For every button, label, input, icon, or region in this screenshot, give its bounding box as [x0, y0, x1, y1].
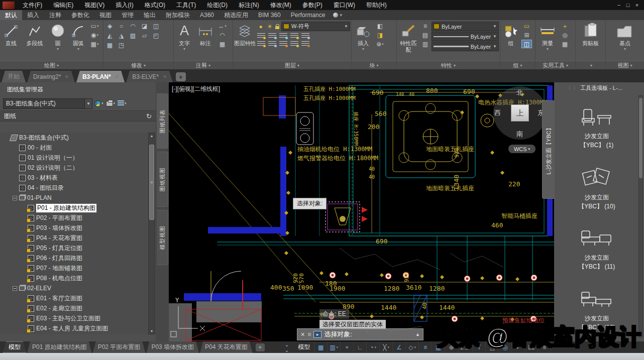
sheet-tree-item[interactable]: 04 - 图纸目录 [0, 183, 148, 193]
command-tools-icon[interactable]: ≡ [307, 331, 311, 338]
modify-tool-icon[interactable]: ◮ [116, 31, 127, 40]
quickcalc-icon[interactable]: ▦ [560, 40, 570, 48]
group-button[interactable]: 组 [501, 22, 520, 47]
recent-commands-icon[interactable]: ▸ [313, 331, 321, 338]
block-attach-icon[interactable]: ⊕▾ [375, 40, 385, 48]
linetype-combo[interactable]: ByLayer ▼ [432, 32, 499, 41]
panel-label-modify[interactable]: 修改 [103, 61, 173, 69]
leader-tool-icon[interactable]: ↔▾ [217, 22, 228, 30]
color-combo[interactable]: ByLayer ▼ [432, 22, 499, 31]
menu-item[interactable]: 视图(V) [79, 0, 110, 10]
table-tool-icon[interactable]: ▦ [217, 40, 228, 48]
layer-thaw-icon[interactable]: ☀ [266, 22, 273, 31]
refresh-icon[interactable]: ↻ [146, 112, 152, 120]
status-toggle-icon[interactable]: ◇ [406, 341, 419, 353]
tree-expander-icon[interactable] [13, 286, 17, 291]
document-tab[interactable]: Drawing2* ✕ [27, 71, 75, 82]
measure-button[interactable]: 测量▾ [536, 22, 559, 51]
panel-label-properties[interactable]: 特性 [397, 61, 500, 69]
plotstyle-icon[interactable]: ▥ [420, 40, 431, 48]
palette-scrollbar[interactable] [638, 95, 643, 337]
menu-item[interactable]: 参数(P) [297, 0, 328, 10]
layout-tab[interactable]: P01 原始建筑结构图 [27, 341, 92, 353]
minimize-button[interactable]: − [614, 2, 623, 8]
sheet-tree-item[interactable]: 03 - 材料表 [0, 173, 148, 183]
close-button[interactable]: × [632, 2, 641, 8]
sheet-tree-item[interactable]: E03 - 主卧与公卫立面图 [0, 313, 148, 323]
viewcube-south[interactable]: 南 [516, 130, 523, 139]
modify-tool-icon[interactable]: ◈ [104, 22, 115, 30]
palette-item[interactable]: 沙发立面【YBC】 (1) [564, 107, 629, 150]
palette-item[interactable]: 沙发立面【YBC】 (10) [564, 167, 629, 211]
layer-unlock-icon[interactable] [275, 26, 279, 29]
menu-item[interactable]: 格式(O) [139, 0, 171, 10]
status-toggle-icon[interactable]: ≡ [419, 341, 432, 353]
panel-label-clipboard[interactable] [576, 61, 605, 69]
ribbon-tab[interactable]: BIM 360 [253, 10, 286, 20]
ribbon-tab[interactable]: Performance [286, 10, 331, 20]
layer-unisolate-icon[interactable] [268, 33, 276, 39]
group-select-toggle-icon[interactable]: ◫ [521, 40, 532, 48]
ellipse-tool-icon[interactable]: ◉▾ [89, 31, 100, 39]
sheet-tree-item[interactable]: 00 - 封面 [0, 143, 148, 153]
layout-overflow-icon[interactable]: ⌄⌄ [285, 342, 289, 353]
block-edit-icon[interactable]: ◧ [375, 22, 385, 30]
app-icon[interactable] [3, 2, 15, 9]
sheet-tree-scrollbar[interactable]: ▲ ≡ ▼ [148, 133, 155, 334]
ribbon-tab[interactable]: 输出 [139, 10, 161, 20]
layer-merge-icon[interactable] [301, 41, 309, 47]
new-layout-button[interactable]: + [256, 343, 265, 351]
menu-item[interactable]: 编辑(E) [48, 0, 79, 10]
command-line[interactable]: ✕ ≡ ▸ 选择对象: ▲ [297, 328, 423, 340]
layer-match-icon[interactable] [301, 33, 309, 39]
layout-tab[interactable]: P02 平面布置图 [93, 341, 146, 353]
panel-label-block[interactable]: 块 [352, 61, 396, 69]
layer-walk-icon[interactable] [279, 41, 287, 47]
sheet-tree-item[interactable]: E04 - 老人房 儿童房立面图 [0, 323, 148, 333]
scroll-thumb[interactable]: ≡ [149, 145, 154, 220]
layer-on-icon[interactable]: ● [257, 22, 264, 31]
tab-close-icon[interactable]: ✕ [163, 74, 167, 79]
arc-button[interactable]: 圆弧▾ [68, 22, 88, 51]
modify-tool-icon[interactable]: ◰ [151, 31, 161, 40]
mleader-tool-icon[interactable]: ◠ [217, 31, 228, 39]
modify-tool-icon[interactable]: ◭ [104, 31, 115, 40]
polyline-button[interactable]: 多段线 [22, 22, 47, 47]
tab-sheet-views[interactable]: 图纸视图 [157, 152, 168, 207]
sheet-tree-item[interactable]: P04 - 天花布置图 [0, 233, 148, 243]
layer-prev-icon[interactable] [268, 41, 276, 47]
ribbon-tab[interactable]: 参数化 [66, 10, 94, 20]
command-prompt[interactable]: 选择对象: [324, 330, 352, 339]
menu-item[interactable]: 绘图(D) [201, 0, 233, 10]
document-tab[interactable]: B3-PLAN* ✕ [76, 71, 125, 82]
layout-tab[interactable]: P04 天花布置图 [200, 341, 253, 353]
panel-label-utilities[interactable]: 实用工具 [535, 61, 575, 69]
layout-tab[interactable]: P03 墙体拆改图 [146, 341, 199, 353]
ribbon-tab[interactable]: 注释 [44, 10, 66, 20]
viewcube[interactable]: 北 西 东 南 上 [493, 86, 547, 140]
sheet-tree-item[interactable]: P05 - 灯具定位图 [0, 243, 148, 253]
model-space-button[interactable]: 模型 [294, 341, 314, 353]
sheet-tree-item[interactable]: P03 - 墙体拆改图 [0, 223, 148, 233]
palette-item[interactable]: 沙发立面【YBC】 (11) [564, 229, 629, 271]
new-drawing-button[interactable]: + [176, 72, 186, 81]
drawing-canvas[interactable]: [-][俯视][二维线框] 北 西 东 南 上 WCS 五孔插座 H:1000M… [169, 82, 554, 341]
ribbon-tab[interactable]: 默认 [0, 10, 22, 20]
status-toggle-icon[interactable]: ∠ [393, 341, 406, 353]
panel-label-view[interactable]: 视图 [606, 61, 644, 69]
modify-tool-icon[interactable]: ○ [116, 22, 127, 30]
sheet-tree-item[interactable]: 01 设计说明（一） [0, 153, 148, 163]
modify-tool-icon[interactable]: ▨ [128, 31, 138, 40]
tab-close-icon[interactable]: ✕ [115, 74, 119, 79]
lineweight-combo[interactable]: ByLayer ▼ [432, 42, 499, 51]
dimension-button[interactable]: 标注 [195, 22, 216, 47]
modify-tool-icon[interactable]: ◫ [151, 22, 161, 30]
sheet-tree-item[interactable]: E01 - 客厅立面图 [0, 293, 148, 303]
restore-button[interactable]: □ [623, 2, 632, 8]
modify-tool-icon[interactable]: ▦ [104, 41, 115, 49]
menu-item[interactable]: 插入(I) [110, 0, 139, 10]
sheet-tree-item[interactable]: P02 - 平面布置图 [0, 213, 148, 223]
ribbon-tab[interactable]: 附加模块 [161, 10, 195, 20]
modify-tool-icon[interactable]: ◳ [116, 41, 127, 49]
insert-button[interactable]: 插入▾ [353, 22, 374, 51]
